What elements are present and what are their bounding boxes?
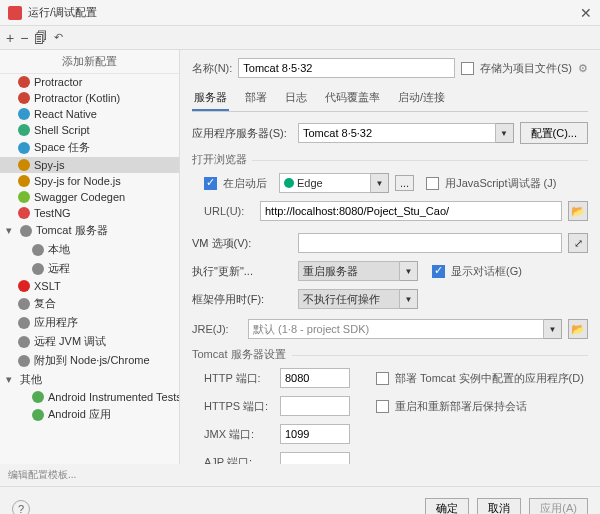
content-panel: 名称(N): 存储为项目文件(S) ⚙ 服务器部署日志代码覆盖率启动/连接 应用…: [180, 50, 600, 464]
tab[interactable]: 日志: [283, 86, 309, 111]
deploy-apps-checkbox[interactable]: [376, 372, 389, 385]
after-launch-checkbox[interactable]: [204, 177, 217, 190]
tree-item[interactable]: Android 应用: [0, 405, 179, 424]
jre-label: JRE(J):: [192, 323, 242, 335]
close-icon[interactable]: ✕: [580, 5, 592, 21]
browser-combo[interactable]: Edge ▼: [279, 173, 389, 193]
apply-button[interactable]: 应用(A): [529, 498, 588, 515]
tree-item[interactable]: ▾Tomcat 服务器: [0, 221, 179, 240]
url-label: URL(U):: [204, 205, 254, 217]
tree-item[interactable]: Android Instrumented Tests: [0, 389, 179, 405]
on-update-combo[interactable]: 重启服务器 ▼: [298, 261, 418, 281]
tab[interactable]: 启动/连接: [396, 86, 447, 111]
ajp-port-label: AJP 端口:: [204, 455, 274, 465]
tree-item[interactable]: 复合: [0, 294, 179, 313]
ellipsis-button[interactable]: ...: [395, 175, 414, 191]
gear-icon[interactable]: ⚙: [578, 62, 588, 75]
browse-icon[interactable]: 📂: [568, 201, 588, 221]
sidebar-header: 添加新配置: [0, 50, 179, 74]
chevron-down-icon[interactable]: ▼: [544, 319, 562, 339]
vm-options-label: VM 选项(V):: [192, 236, 292, 251]
copy-icon[interactable]: 🗐: [34, 30, 48, 46]
tree-item[interactable]: TestNG: [0, 205, 179, 221]
chevron-down-icon[interactable]: ▼: [496, 123, 514, 143]
toolbar: + − 🗐 ↶: [0, 26, 600, 50]
tree-item[interactable]: Space 任务: [0, 138, 179, 157]
titlebar: 运行/调试配置 ✕: [0, 0, 600, 26]
preserve-checkbox[interactable]: [376, 400, 389, 413]
tree-item[interactable]: 应用程序: [0, 313, 179, 332]
app-server-label: 应用程序服务器(S):: [192, 126, 292, 141]
remove-icon[interactable]: −: [20, 30, 28, 46]
after-launch-label: 在启动后: [223, 176, 267, 191]
name-label: 名称(N):: [192, 61, 232, 76]
cancel-button[interactable]: 取消: [477, 498, 521, 515]
window-title: 运行/调试配置: [28, 5, 97, 20]
vm-options-input[interactable]: [298, 233, 562, 253]
open-browser-group: 打开浏览器: [192, 152, 588, 167]
https-port-label: HTTPS 端口:: [204, 399, 274, 414]
add-icon[interactable]: +: [6, 30, 14, 46]
https-port-input[interactable]: [280, 396, 350, 416]
tab[interactable]: 部署: [243, 86, 269, 111]
tree-item[interactable]: Spy-js: [0, 157, 179, 173]
tabs: 服务器部署日志代码覆盖率启动/连接: [192, 86, 588, 112]
jmx-port-label: JMX 端口:: [204, 427, 274, 442]
footer: ? 确定 取消 应用(A): [0, 486, 600, 514]
preserve-label: 重启和重新部署后保持会话: [395, 399, 527, 414]
back-icon[interactable]: ↶: [54, 31, 63, 44]
url-input[interactable]: [260, 201, 562, 221]
tab[interactable]: 代码覆盖率: [323, 86, 382, 111]
http-port-label: HTTP 端口:: [204, 371, 274, 386]
tree-item[interactable]: Shell Script: [0, 122, 179, 138]
expand-icon[interactable]: ⤢: [568, 233, 588, 253]
tree-item[interactable]: 附加到 Node·js/Chrome: [0, 351, 179, 370]
show-dialog-checkbox[interactable]: [432, 265, 445, 278]
tree-item[interactable]: Protractor (Kotlin): [0, 90, 179, 106]
tree-item[interactable]: 远程: [0, 259, 179, 278]
on-frame-combo[interactable]: 不执行任何操作 ▼: [298, 289, 418, 309]
ajp-port-input[interactable]: [280, 452, 350, 464]
edit-templates-link[interactable]: 编辑配置模板...: [0, 464, 600, 486]
tree-item[interactable]: Spy-js for Node.js: [0, 173, 179, 189]
chevron-down-icon[interactable]: ▼: [400, 261, 418, 281]
store-as-file-checkbox[interactable]: [461, 62, 474, 75]
on-update-label: 执行"更新"...: [192, 264, 292, 279]
tree-item[interactable]: XSLT: [0, 278, 179, 294]
chevron-down-icon[interactable]: ▼: [400, 289, 418, 309]
tree-item[interactable]: Protractor: [0, 74, 179, 90]
app-server-combo[interactable]: ▼: [298, 123, 514, 143]
with-js-label: 用JavaScript调试器 (J): [445, 176, 556, 191]
tree-item[interactable]: React Native: [0, 106, 179, 122]
tree-item[interactable]: ▾其他: [0, 370, 179, 389]
browse-icon[interactable]: 📂: [568, 319, 588, 339]
on-frame-label: 框架停用时(F):: [192, 292, 292, 307]
jre-combo[interactable]: ▼: [248, 319, 562, 339]
tomcat-settings-group: Tomcat 服务器设置: [192, 347, 588, 362]
jmx-port-input[interactable]: [280, 424, 350, 444]
deploy-apps-label: 部署 Tomcat 实例中配置的应用程序(D): [395, 371, 584, 386]
http-port-input[interactable]: [280, 368, 350, 388]
tree-item[interactable]: 本地: [0, 240, 179, 259]
ok-button[interactable]: 确定: [425, 498, 469, 515]
show-dialog-label: 显示对话框(G): [451, 264, 522, 279]
sidebar: 添加新配置 ProtractorProtractor (Kotlin)React…: [0, 50, 180, 464]
store-as-file-label: 存储为项目文件(S): [480, 61, 572, 76]
tab[interactable]: 服务器: [192, 86, 229, 111]
app-icon: [8, 6, 22, 20]
help-icon[interactable]: ?: [12, 500, 30, 515]
chevron-down-icon[interactable]: ▼: [371, 173, 389, 193]
edge-icon: [284, 178, 294, 188]
tree-item[interactable]: Swagger Codegen: [0, 189, 179, 205]
with-js-checkbox[interactable]: [426, 177, 439, 190]
tree-item[interactable]: 远程 JVM 调试: [0, 332, 179, 351]
name-input[interactable]: [238, 58, 455, 78]
configure-button[interactable]: 配置(C)...: [520, 122, 588, 144]
